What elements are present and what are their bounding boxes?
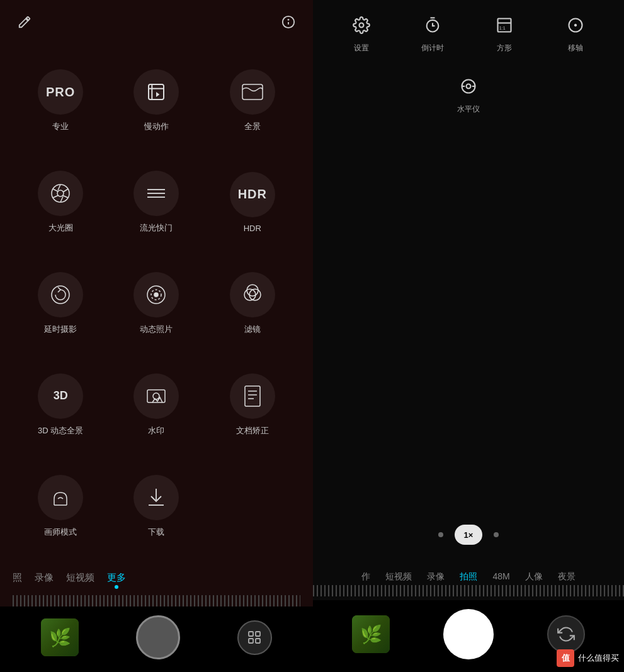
left-camera-panel: PRO 专业 慢动作: [0, 0, 313, 672]
right-tab-portrait[interactable]: 人像: [518, 569, 550, 585]
left-nav: 照 录像 短视频 更多: [0, 563, 313, 607]
nav-slider: [13, 595, 300, 607]
watermark: 值 什么值得买: [557, 649, 619, 667]
right-nav: 作 短视频 录像 拍照 48M 人像 夜景: [313, 564, 624, 600]
settings-label: 设置: [354, 43, 369, 54]
left-thumbnail[interactable]: 🌿: [41, 618, 79, 656]
mode-3d[interactable]: 3D 3D 动态全景: [13, 354, 108, 455]
timer-label: 倒计时: [421, 43, 444, 54]
mode-toggle-button[interactable]: [237, 620, 272, 655]
svg-line-13: [53, 195, 59, 198]
mode-watermark[interactable]: 水印: [108, 354, 204, 455]
svg-point-23: [249, 289, 261, 300]
svg-rect-35: [256, 632, 260, 636]
svg-line-9: [58, 185, 60, 190]
timer-icon-item[interactable]: 倒计时: [419, 11, 446, 54]
ratio-label: 方形: [497, 43, 512, 54]
svg-point-47: [467, 84, 471, 89]
ratio-icon-item[interactable]: 1:1 方形: [491, 11, 518, 54]
mode-filter[interactable]: 滤镜: [205, 253, 300, 355]
svg-point-26: [153, 393, 159, 399]
level-icon-item[interactable]: 水平仪: [313, 66, 624, 121]
svg-rect-37: [256, 639, 260, 643]
zoom-dot-left: [438, 532, 443, 537]
right-tab-shortvideo[interactable]: 短视频: [378, 569, 419, 585]
mode-document[interactable]: 文档矫正: [205, 354, 300, 455]
right-tab-48m[interactable]: 48M: [485, 569, 517, 585]
svg-line-11: [62, 195, 68, 198]
tilt-label: 移轴: [568, 43, 583, 54]
mode-download[interactable]: 下载: [108, 455, 204, 557]
left-shutter-button[interactable]: [136, 615, 180, 659]
right-camera-panel: 设置 倒计时 1:1: [313, 0, 624, 672]
svg-rect-27: [245, 386, 260, 406]
right-tab-action[interactable]: 作: [354, 569, 378, 585]
svg-rect-36: [249, 639, 253, 643]
svg-rect-34: [249, 632, 253, 636]
right-tab-night[interactable]: 夜景: [550, 569, 583, 585]
svg-point-24: [247, 285, 258, 296]
svg-point-22: [244, 289, 256, 300]
mode-dynamic[interactable]: 动态照片: [108, 253, 204, 355]
left-tab-photo[interactable]: 照: [13, 569, 22, 591]
right-tab-photo[interactable]: 拍照: [452, 569, 485, 585]
svg-point-21: [154, 293, 158, 297]
svg-line-10: [63, 189, 68, 192]
level-label: 水平仪: [457, 104, 480, 115]
zoom-active-button[interactable]: 1×: [455, 525, 482, 545]
mode-pro[interactable]: PRO 专业: [13, 50, 108, 152]
info-button[interactable]: [281, 15, 295, 29]
right-thumbnail[interactable]: 🌿: [352, 615, 390, 653]
right-tab-video[interactable]: 录像: [419, 569, 452, 585]
watermark-text: 什么值得买: [578, 652, 619, 664]
watermark-icon: 值: [557, 649, 574, 667]
mode-lightspeed[interactable]: 流光快门: [108, 152, 204, 253]
right-top-icons: 设置 倒计时 1:1: [313, 0, 624, 60]
tilt-icon-item[interactable]: 移轴: [562, 11, 589, 54]
left-tab-video[interactable]: 录像: [35, 569, 54, 591]
left-tab-more[interactable]: 更多: [107, 569, 126, 591]
left-top-bar: [0, 0, 313, 44]
left-bottom-controls: 🌿: [0, 607, 313, 672]
svg-point-45: [575, 25, 576, 26]
mode-hdr[interactable]: HDR HDR: [205, 152, 300, 253]
mode-panorama[interactable]: 全景: [205, 50, 300, 152]
mode-aperture[interactable]: 大光圈: [13, 152, 108, 253]
settings-icon-item[interactable]: 设置: [348, 11, 375, 54]
pencil-button[interactable]: [18, 15, 31, 29]
right-shutter-button[interactable]: [443, 609, 494, 659]
svg-point-38: [359, 23, 363, 28]
svg-point-7: [52, 185, 69, 202]
svg-rect-6: [242, 84, 263, 100]
rotate-camera-button[interactable]: [547, 615, 585, 653]
svg-text:1:1: 1:1: [499, 26, 506, 30]
zoom-dot-right: [494, 532, 499, 537]
mode-slowmo[interactable]: 慢动作: [108, 50, 204, 152]
svg-line-12: [60, 196, 63, 202]
zoom-controls: 1×: [438, 525, 499, 545]
right-nav-slider: [313, 585, 624, 596]
mode-timelapse[interactable]: 延时摄影: [13, 253, 108, 355]
active-tab-indicator: [115, 585, 118, 589]
camera-viewport: 1×: [313, 121, 624, 564]
left-tab-shortvideo[interactable]: 短视频: [66, 569, 94, 591]
svg-line-14: [53, 189, 58, 191]
mode-painter[interactable]: 画师模式: [13, 455, 108, 557]
svg-point-18: [52, 286, 69, 304]
modes-grid: PRO 专业 慢动作: [0, 44, 313, 563]
